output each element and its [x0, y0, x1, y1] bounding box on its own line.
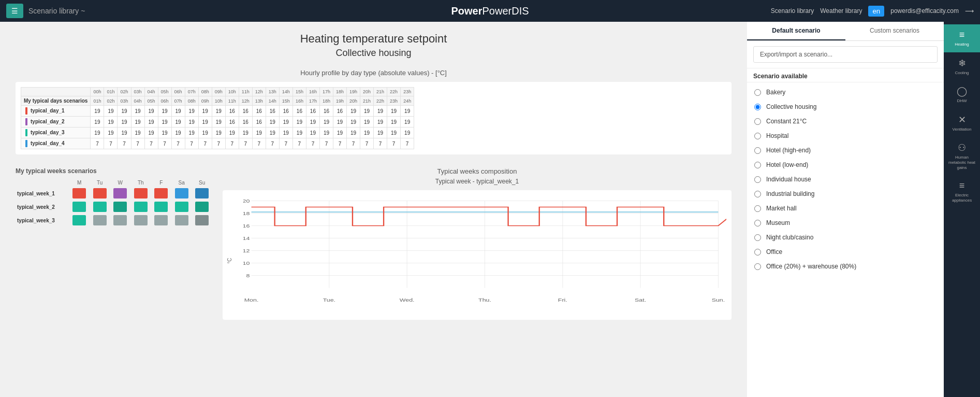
day-cell — [192, 214, 212, 227]
scenario-radio[interactable] — [754, 205, 761, 212]
list-item[interactable]: Individual house — [747, 172, 944, 187]
value-cell: 16 — [292, 106, 306, 117]
list-item[interactable]: Constant 21°C — [747, 114, 944, 129]
typical-weeks-label: My typical weeks scenarios — [16, 167, 212, 175]
icon-btn-dhw[interactable]: ◯DHW — [944, 80, 980, 109]
row-header-label: My typical days scenarios — [21, 96, 91, 106]
list-item[interactable]: Hotel (low-end) — [747, 158, 944, 172]
list-item[interactable]: Bakery — [747, 85, 944, 100]
ventilation-icon: ✕ — [958, 114, 966, 125]
value-cell: 16 — [252, 106, 266, 117]
scenario-library-link[interactable]: Scenario library — [771, 7, 814, 15]
scenario-radio[interactable] — [754, 263, 761, 270]
value-cell: 19 — [374, 106, 387, 117]
list-item[interactable]: Market hall — [747, 201, 944, 216]
list-item[interactable]: Night club/casino — [747, 230, 944, 245]
list-item[interactable]: Industrial building — [747, 187, 944, 201]
value-cell: 19 — [171, 127, 185, 138]
list-item[interactable]: Hospital — [747, 129, 944, 143]
value-cell: 19 — [387, 127, 401, 138]
icon-btn-cooling[interactable]: ❄Cooling — [944, 52, 980, 81]
scenario-radio[interactable] — [754, 191, 761, 197]
value-cell: 16 — [306, 106, 319, 117]
logout-icon[interactable]: ⟶ — [965, 7, 974, 15]
week-label-cell: typical_week_1 — [16, 187, 69, 200]
list-item[interactable]: Office — [747, 245, 944, 259]
list-item[interactable]: Office (20%) + warehouse (80%) — [747, 259, 944, 274]
icon-btn-electric-appliances[interactable]: ≡Electric appliances — [944, 175, 980, 208]
scenario-radio[interactable] — [754, 89, 761, 96]
scenario-label-text: Hotel (low-end) — [766, 161, 808, 168]
list-item[interactable]: Collective housing — [747, 100, 944, 114]
scenario-radio[interactable] — [754, 234, 761, 241]
list-item[interactable]: Museum — [747, 216, 944, 230]
hour-bot-header: 15h — [279, 96, 292, 106]
hour-bot-header: 14h — [266, 96, 279, 106]
language-button[interactable]: en — [868, 6, 884, 17]
value-cell: 7 — [266, 138, 279, 149]
icon-btn-label: Heating — [955, 42, 969, 47]
scenario-radio[interactable] — [754, 147, 761, 154]
hour-bot-header: 13h — [252, 96, 266, 106]
scenario-available-label: Scenario available — [747, 68, 944, 82]
value-cell: 19 — [279, 117, 292, 127]
value-cell: 19 — [360, 106, 374, 117]
value-cell: 19 — [118, 127, 131, 138]
svg-text:12: 12 — [243, 248, 250, 253]
menu-button[interactable]: ☰ — [6, 4, 23, 18]
hour-top-header: 18h — [333, 88, 346, 96]
icon-btn-heating[interactable]: ≡Heating — [944, 24, 980, 52]
page-title: Heating temperature setpoint — [16, 32, 732, 46]
value-cell: 19 — [401, 106, 414, 117]
table-row: typical_day_1191919191919191919191616161… — [21, 106, 414, 117]
scenario-radio[interactable] — [754, 249, 761, 256]
value-cell: 16 — [225, 106, 239, 117]
hour-top-header: 08h — [198, 88, 212, 96]
scenario-label-text: Bakery — [766, 89, 785, 96]
value-cell: 7 — [306, 138, 319, 149]
hour-top-header: 21h — [374, 88, 387, 96]
scenario-radio[interactable] — [754, 104, 761, 110]
icon-btn-label: Cooling — [955, 70, 969, 76]
icon-btn-human-metabolic-heat-gains[interactable]: ⚇Human metabolic heat gains — [944, 137, 980, 175]
scenario-list: BakeryCollective housingConstant 21°CHos… — [747, 82, 944, 397]
value-cell: 19 — [319, 127, 333, 138]
value-cell: 16 — [252, 117, 266, 127]
export-btn-row: Export/import a scenario... — [747, 41, 944, 68]
day-cell — [151, 187, 171, 200]
scenario-radio[interactable] — [754, 133, 761, 139]
hour-bot-header: 10h — [212, 96, 225, 106]
hour-top-header: 23h — [401, 88, 414, 96]
scenario-label-text: Individual house — [766, 176, 811, 183]
hour-bot-header: 03h — [118, 96, 131, 106]
tab-custom[interactable]: Custom scenarios — [845, 22, 944, 40]
scenario-radio[interactable] — [754, 162, 761, 168]
list-item[interactable]: Hotel (high-end) — [747, 143, 944, 158]
export-import-button[interactable]: Export/import a scenario... — [753, 46, 938, 63]
value-cell: 19 — [158, 106, 171, 117]
tab-default[interactable]: Default scenario — [747, 22, 845, 40]
day-cell — [151, 214, 171, 227]
scenario-label-text: Market hall — [766, 205, 797, 212]
value-cell: 19 — [91, 106, 104, 117]
value-cell: 7 — [118, 138, 131, 149]
value-cell: 7 — [91, 138, 104, 149]
value-cell: 19 — [104, 117, 118, 127]
scenario-radio[interactable] — [754, 118, 761, 125]
svg-text:8: 8 — [246, 273, 250, 278]
value-cell: 19 — [158, 117, 171, 127]
value-cell: 19 — [144, 117, 158, 127]
weather-library-link[interactable]: Weather library — [820, 7, 862, 15]
scenario-label-text: Collective housing — [766, 103, 816, 110]
icon-btn-ventilation[interactable]: ✕Ventilation — [944, 109, 980, 137]
day-header: F — [151, 179, 171, 187]
list-item: typical_week_2 — [16, 200, 212, 214]
value-cell: 7 — [292, 138, 306, 149]
scenario-radio[interactable] — [754, 176, 761, 183]
value-cell: 7 — [333, 138, 346, 149]
hour-top-header: 02h — [118, 88, 131, 96]
user-email: powerdis@efficacity.com — [890, 7, 959, 15]
hour-bot-header: 09h — [198, 96, 212, 106]
scenario-radio[interactable] — [754, 220, 761, 226]
svg-text:10: 10 — [243, 261, 250, 265]
